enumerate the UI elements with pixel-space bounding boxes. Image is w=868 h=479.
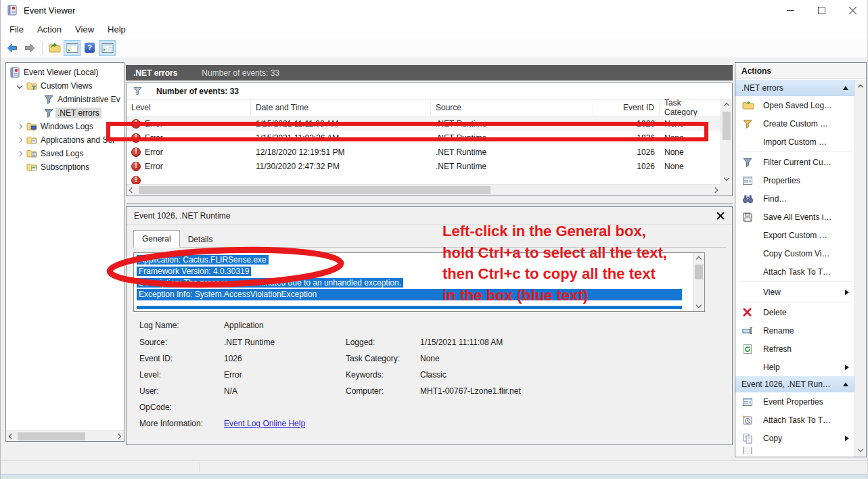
chevron-right-icon[interactable]: [17, 151, 22, 156]
column-header-task-category[interactable]: Task Category: [660, 99, 721, 116]
table-scrollbar-thumb[interactable]: [723, 112, 731, 140]
submenu-arrow-icon: [845, 365, 849, 370]
actions-scrollbar[interactable]: [854, 80, 866, 457]
window-title: Event Viewer: [24, 5, 75, 16]
tree-item-net-errors[interactable]: .NET errors: [6, 106, 124, 120]
error-icon: [131, 147, 141, 157]
scroll-left-arrow-icon[interactable]: [9, 434, 14, 439]
save-icon: [742, 212, 754, 223]
action-attach-task-to-event[interactable]: Attach Task To T…: [735, 411, 854, 429]
action-copy[interactable]: Copy: [735, 429, 854, 447]
menu-help[interactable]: Help: [101, 22, 133, 37]
menu-view[interactable]: View: [68, 22, 101, 37]
scroll-up-arrow-icon[interactable]: [724, 103, 729, 108]
chevron-down-icon[interactable]: [17, 83, 22, 89]
field-value: N/A: [224, 386, 237, 396]
chevron-right-icon[interactable]: [17, 124, 22, 129]
toolbar-separator: [42, 41, 43, 55]
action-item-partial[interactable]: [735, 447, 854, 454]
field-value: 1/15/2021 11:11:08 AM: [420, 338, 503, 347]
field-value: None: [420, 354, 440, 363]
table-row[interactable]: Error 12/18/2020 12:19:51 PM .NET Runtim…: [127, 145, 721, 159]
action-find[interactable]: Find…: [735, 189, 854, 208]
action-attach-task[interactable]: Attach Task To T…: [735, 263, 854, 281]
error-icon: [131, 162, 141, 171]
tab-general[interactable]: General: [133, 230, 180, 248]
table-row[interactable]: Error 11/30/2020 2:47:32 PM .NET Runtime…: [127, 159, 721, 173]
scroll-right-arrow-icon[interactable]: [116, 434, 121, 439]
column-header-date[interactable]: Date and Time: [251, 99, 431, 116]
menu-action[interactable]: Action: [30, 22, 68, 37]
action-copy-custom-view[interactable]: Copy Custom Vi…: [735, 244, 854, 263]
list-events-count: Number of events: 33: [202, 68, 279, 78]
tree-item-saved-logs[interactable]: Saved Logs: [6, 147, 124, 160]
submenu-arrow-icon: [845, 290, 849, 295]
forward-button[interactable]: [21, 40, 38, 56]
minimize-button[interactable]: [775, 0, 806, 20]
filter-events-count: Number of events: 33: [156, 87, 239, 96]
action-properties[interactable]: Properties: [735, 171, 854, 189]
chevron-placeholder: [18, 165, 22, 169]
action-export-custom-view[interactable]: Export Custom …: [735, 226, 854, 244]
show-action-pane-button[interactable]: [99, 40, 116, 56]
table-row-partial[interactable]: [127, 173, 721, 184]
chevron-right-icon[interactable]: [17, 137, 22, 143]
tree-item-custom-views[interactable]: Custom Views: [6, 79, 124, 93]
show-console-tree-button[interactable]: [64, 40, 81, 56]
scroll-down-arrow-icon[interactable]: [724, 175, 729, 181]
action-view[interactable]: View: [735, 283, 854, 301]
back-button[interactable]: [3, 40, 20, 56]
tree-horizontal-scrollbar[interactable]: [6, 430, 124, 441]
field-label: Logged:: [346, 338, 375, 347]
action-create-custom-view[interactable]: Create Custom …: [735, 114, 854, 133]
action-refresh[interactable]: Refresh: [735, 340, 854, 358]
menu-file[interactable]: File: [3, 22, 30, 37]
annotation-line: hold Ctrl+a to select all the text,: [442, 242, 667, 264]
action-help[interactable]: Help: [735, 358, 854, 376]
table-hscrollbar-thumb[interactable]: [139, 186, 490, 194]
action-rename[interactable]: Rename: [735, 321, 854, 340]
scroll-down-arrow-icon[interactable]: [858, 447, 863, 452]
actions-section-event-1026[interactable]: Event 1026, .NET Run…: [735, 376, 854, 392]
scroll-right-arrow-icon[interactable]: [712, 187, 718, 193]
column-header-event-id[interactable]: Event ID: [593, 99, 660, 116]
event-log-online-help-link[interactable]: Event Log Online Help: [224, 419, 305, 428]
tree-item-administrative-events[interactable]: Administrative Ev: [6, 93, 124, 106]
list-title-bar: .NET errors Number of events: 33: [126, 65, 733, 81]
folder-open-icon: [742, 100, 754, 111]
maximize-button[interactable]: [806, 0, 837, 20]
custom-views-folder-icon: [26, 81, 37, 91]
collapse-arrow-icon[interactable]: [843, 382, 848, 386]
open-saved-log-button[interactable]: [46, 40, 63, 56]
table-vertical-scrollbar[interactable]: [721, 99, 732, 184]
tree-item-event-viewer-local[interactable]: Event Viewer (Local): [6, 66, 124, 79]
minimize-icon: [787, 10, 794, 11]
column-header-source[interactable]: Source: [431, 99, 593, 116]
scroll-up-arrow-icon[interactable]: [858, 85, 863, 90]
event-viewer-app-icon: [7, 5, 18, 16]
tree-scrollbar-thumb[interactable]: [18, 432, 85, 440]
action-import-custom-view[interactable]: Import Custom …: [735, 133, 854, 151]
folder-open-icon: [48, 41, 62, 55]
error-icon: [131, 176, 141, 185]
scroll-left-arrow-icon[interactable]: [129, 187, 135, 193]
actions-section-net-errors[interactable]: .NET errors: [735, 80, 854, 96]
action-filter-current[interactable]: Filter Current Cu…: [735, 153, 854, 171]
action-save-all-events[interactable]: Save All Events i…: [735, 208, 854, 226]
column-header-level[interactable]: Level: [127, 99, 251, 116]
splitter[interactable]: [126, 203, 733, 204]
list-title: .NET errors: [133, 68, 177, 78]
field-label: Event ID:: [139, 354, 173, 363]
close-button[interactable]: [837, 0, 868, 20]
collapse-arrow-icon[interactable]: [843, 86, 848, 90]
action-event-properties[interactable]: Event Properties: [735, 392, 854, 411]
table-horizontal-scrollbar[interactable]: [127, 184, 721, 196]
action-delete[interactable]: Delete: [735, 303, 854, 321]
annotation-line: Left-click in the General box,: [442, 221, 667, 242]
field-label: Level:: [139, 370, 161, 380]
separator: [738, 281, 852, 282]
field-label: Source:: [139, 338, 167, 347]
action-open-saved-log[interactable]: Open Saved Log…: [735, 96, 854, 114]
help-button[interactable]: [81, 40, 98, 56]
tree-item-subscriptions[interactable]: Subscriptions: [6, 160, 124, 174]
